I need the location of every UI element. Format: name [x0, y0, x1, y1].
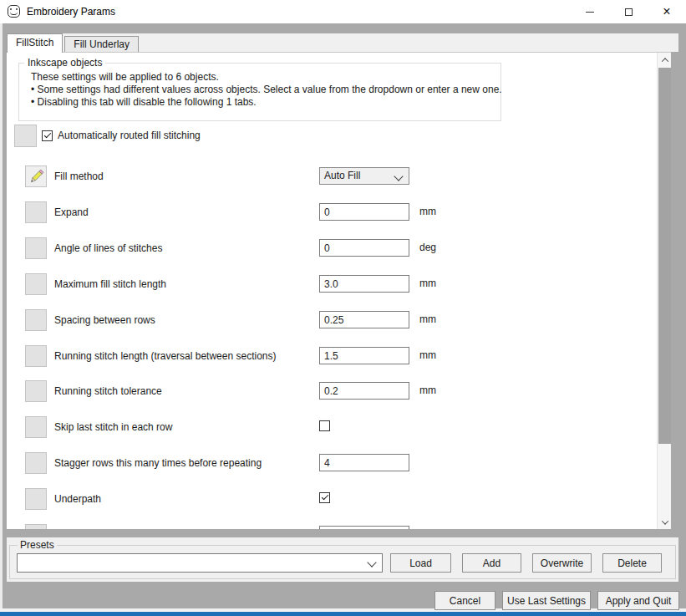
param-row: Angle of lines of stitchesdeg: [7, 237, 671, 259]
param-row: Underpath: [7, 488, 671, 510]
presets-title: Presets: [18, 539, 57, 551]
info-bullet: Disabling this tab will disable the foll…: [31, 96, 502, 109]
delete-button[interactable]: Delete: [602, 553, 662, 573]
param-row: Running stitch tolerancemm: [7, 380, 671, 402]
param-row: Spacing between rowsmm: [7, 309, 671, 331]
param-label: Fill method: [54, 165, 104, 187]
param-row: Stagger rows this many times before repe…: [7, 452, 671, 474]
minimize-icon: [586, 12, 594, 13]
indicator-button[interactable]: [25, 345, 47, 367]
param-label: Stagger rows this many times before repe…: [54, 452, 262, 474]
chevron-down-icon: [661, 517, 668, 524]
chevron-down-icon: [367, 557, 376, 567]
indicator-button[interactable]: [25, 452, 47, 474]
checkmark-icon: [44, 131, 51, 138]
info-summary: These settings will be applied to 6 obje…: [31, 71, 502, 84]
dropdown-value: Auto Fill: [324, 170, 360, 181]
param-unit: mm: [419, 382, 436, 400]
param-input[interactable]: [319, 347, 409, 364]
indicator-button[interactable]: [25, 380, 47, 402]
indicator-button[interactable]: [25, 309, 47, 331]
param-label: Running stitch tolerance: [54, 380, 162, 402]
param-row: Maximum fill stitch lengthmm: [7, 273, 671, 295]
indicator-button[interactable]: [14, 125, 37, 147]
tab-bar: FillStitchFill Underlay: [7, 33, 678, 52]
indicator-button[interactable]: [25, 201, 47, 223]
param-input[interactable]: [319, 526, 409, 529]
param-input[interactable]: [319, 382, 409, 400]
param-unit: mm: [419, 347, 436, 364]
app-icon: [8, 5, 20, 18]
param-label: Underpath: [54, 488, 101, 510]
param-row: Skip last stitch in each row: [7, 416, 671, 438]
window-left-edge: [0, 23, 3, 612]
maximize-button[interactable]: [609, 0, 648, 23]
add-button[interactable]: Add: [462, 553, 521, 573]
auto-route-row: Automatically routed fill stitching: [7, 125, 671, 147]
indicator-button[interactable]: [25, 273, 47, 295]
inkscape-objects-groupbox: Inkscape objects These settings will be …: [18, 63, 501, 121]
presets-combobox[interactable]: [17, 553, 383, 573]
background-window-strip: [0, 612, 686, 616]
scrollbar-thumb[interactable]: [658, 68, 671, 444]
use-last-settings-button[interactable]: Use Last Settings: [502, 591, 591, 610]
param-unit: mm: [419, 203, 436, 221]
param-checkbox[interactable]: [319, 492, 330, 503]
param-row: Running stitch length (traversal between…: [7, 345, 671, 367]
param-input[interactable]: [319, 275, 409, 293]
minimize-button[interactable]: [571, 0, 609, 23]
maximize-icon: [625, 8, 633, 16]
title-bar: Embroidery Params ×: [0, 0, 686, 23]
vertical-scrollbar[interactable]: [657, 53, 671, 529]
info-bullet: Some settings had different values acros…: [31, 84, 502, 96]
groupbox-title: Inkscape objects: [24, 57, 105, 69]
indicator-button[interactable]: [25, 524, 47, 529]
load-button[interactable]: Load: [390, 553, 451, 573]
param-label: Running stitch length (traversal between…: [54, 345, 276, 367]
param-input[interactable]: [319, 239, 409, 257]
param-label: Maximum fill stitch length: [54, 273, 166, 295]
chevron-down-icon: [394, 171, 403, 181]
param-checkbox[interactable]: [319, 420, 330, 431]
param-input[interactable]: [319, 311, 409, 328]
indicator-button[interactable]: [25, 237, 47, 259]
param-row: Fill methodAuto Fill: [7, 165, 671, 187]
pencil-icon: [27, 167, 46, 186]
param-row: Expandmm: [7, 201, 671, 223]
param-unit: deg: [419, 239, 436, 257]
tab-fillstitch[interactable]: FillStitch: [7, 33, 63, 53]
cancel-button[interactable]: Cancel: [434, 591, 495, 610]
auto-route-label: Automatically routed fill stitching: [58, 125, 201, 147]
param-label: Skip last stitch in each row: [54, 416, 172, 438]
scroll-down-button[interactable]: [658, 515, 671, 529]
param-row: [7, 524, 671, 529]
param-dropdown[interactable]: Auto Fill: [319, 167, 409, 185]
param-unit: mm: [419, 311, 436, 328]
close-button[interactable]: ×: [648, 0, 686, 23]
param-input[interactable]: [319, 454, 409, 471]
changed-indicator-pencil-button[interactable]: [25, 165, 47, 187]
checkmark-icon: [322, 493, 328, 500]
param-input[interactable]: [319, 203, 409, 221]
param-label: Spacing between rows: [54, 309, 155, 331]
window-title: Embroidery Params: [27, 0, 115, 23]
tab-fill-underlay[interactable]: Fill Underlay: [64, 36, 139, 52]
indicator-button[interactable]: [25, 488, 47, 510]
presets-section: Presets LoadAddOverwriteDelete: [7, 537, 678, 582]
scroll-up-button[interactable]: [658, 53, 671, 67]
settings-panel: Inkscape objects These settings will be …: [7, 52, 671, 529]
chevron-up-icon: [661, 58, 668, 64]
auto-route-checkbox[interactable]: [42, 130, 53, 141]
close-icon: ×: [663, 5, 670, 18]
overwrite-button[interactable]: Overwrite: [532, 553, 592, 573]
apply-and-quit-button[interactable]: Apply and Quit: [597, 591, 679, 610]
param-label: Angle of lines of stitches: [54, 237, 162, 259]
indicator-button[interactable]: [25, 416, 47, 438]
param-label: Expand: [54, 201, 89, 223]
param-unit: mm: [419, 275, 436, 293]
